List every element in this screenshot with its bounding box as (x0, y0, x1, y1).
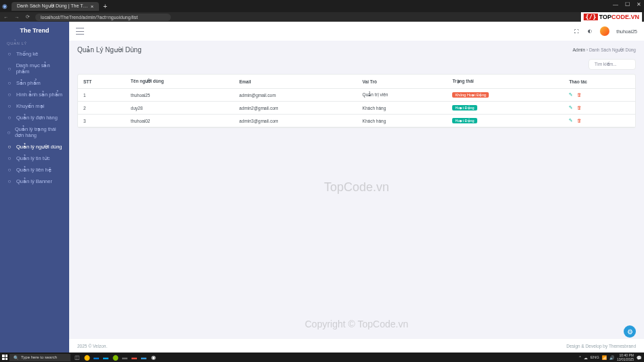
status-badge: Không Hoạt Động (452, 92, 489, 98)
sidebar-label: Thống kê (16, 51, 38, 57)
sidebar-item[interactable]: ○Thống kê (0, 48, 69, 60)
sidebar-icon: ○ (7, 52, 12, 57)
minimize-icon[interactable]: — (613, 1, 618, 7)
users-table: STT Tên người dùng Email Vai Trò Trạng t… (78, 75, 635, 127)
taskbar-app[interactable]: ▬ (140, 353, 148, 361)
th-status: Trạng thái (447, 75, 563, 89)
taskbar-app[interactable]: ▬ (92, 353, 100, 361)
sidebar-icon: ○ (7, 81, 12, 86)
th-role: Vai Trò (357, 75, 447, 89)
taskbar-app[interactable]: ▬ (121, 353, 129, 361)
url-text: localhost/TheTrend/admin/?act=nguoidung/… (41, 15, 138, 20)
search-input[interactable]: Tìm kiếm... (588, 59, 636, 70)
avatar[interactable] (600, 26, 609, 36)
topcode-logo: {/} TOPCODE.VN (581, 12, 642, 22)
sidebar-label: Quản lý trạng thái đơn hàng (15, 126, 62, 138)
sidebar-icon: ○ (7, 179, 12, 184)
sidebar: The Trend QUẢN LÝ ○Thống kê○Danh mục sản… (0, 22, 69, 353)
edit-icon[interactable]: ✎ (569, 105, 573, 110)
tab-title: Danh Sách Người Dùng | The T… (17, 3, 88, 9)
reload-button[interactable]: ⟳ (24, 14, 31, 20)
sidebar-item[interactable]: ○Quản lý người dùng (0, 141, 69, 153)
status-badge: Hoạt Động (452, 118, 477, 123)
taskbar-app[interactable]: ⬤ (111, 353, 119, 361)
start-button[interactable] (0, 353, 9, 362)
sidebar-label: Hình ảnh sản phẩm (16, 92, 62, 98)
forward-button[interactable]: → (14, 15, 20, 20)
sidebar-label: Quản lý người dùng (16, 144, 62, 150)
search-icon: 🔍 (14, 355, 18, 360)
sidebar-item[interactable]: ○Quản lý Banner (0, 176, 69, 187)
new-tab-button[interactable]: + (103, 3, 107, 10)
sidebar-item[interactable]: ○Danh mục sản phẩm (0, 60, 69, 77)
sidebar-icon: ○ (7, 104, 12, 109)
sidebar-icon: ○ (7, 66, 12, 71)
sidebar-label: Sản phẩm (16, 80, 41, 86)
hamburger-icon[interactable] (76, 28, 84, 35)
topbar: ⛶ ◐ thuhoai25 (69, 22, 644, 41)
table-row: 1thuhoai25admin@gmail.comQuản trị viênKh… (78, 89, 635, 102)
footer: 2025 © Velzon. Design & Develop by Theme… (69, 339, 644, 353)
sidebar-icon: ○ (7, 144, 12, 150)
settings-fab[interactable]: ⚙ (624, 325, 636, 338)
th-name: Tên người dùng (125, 75, 234, 89)
sidebar-label: Quản lý đơn hàng (16, 115, 58, 121)
page-title: Quản Lý Người Dùng (77, 46, 142, 54)
fullscreen-icon[interactable]: ⛶ (573, 28, 580, 35)
sidebar-item[interactable]: ○Quản lý đơn hàng (0, 112, 69, 123)
sidebar-label: Quản lý tin tức (16, 155, 50, 161)
delete-icon[interactable]: 🗑 (577, 105, 582, 110)
sidebar-icon: ○ (7, 167, 12, 173)
maximize-icon[interactable]: ☐ (625, 1, 630, 7)
sidebar-icon: ○ (7, 129, 11, 135)
close-icon[interactable]: ✕ (637, 1, 641, 7)
tab-favicon: ◉ (2, 3, 7, 9)
sidebar-label: Quản lý liên hệ (16, 167, 52, 173)
browser-tab[interactable]: Danh Sách Người Dùng | The T… × (12, 2, 99, 11)
table-row: 2duy28admin2@gmail.comKhách hàngHoạt Độn… (78, 102, 635, 115)
close-tab-icon[interactable]: × (91, 3, 94, 9)
status-badge: Hoạt Động (452, 105, 477, 110)
delete-icon[interactable]: 🗑 (577, 118, 582, 123)
username: thuhoai25 (616, 29, 637, 34)
edit-icon[interactable]: ✎ (569, 118, 573, 123)
breadcrumb: Admin › Danh Sách Người Dùng (573, 47, 636, 53)
sidebar-label: Quản lý Banner (16, 178, 52, 184)
sidebar-label: Khuyến mại (16, 103, 44, 109)
edit-icon[interactable]: ✎ (569, 92, 573, 98)
brand: The Trend (0, 27, 69, 34)
sidebar-section-label: QUẢN LÝ (0, 41, 69, 48)
tray-chevron-icon[interactable]: ^ (579, 355, 581, 359)
tray-volume-icon[interactable]: 🔊 (609, 355, 614, 360)
sidebar-item[interactable]: ○Hình ảnh sản phẩm (0, 89, 69, 100)
taskbar-app[interactable]: ◫ (73, 353, 81, 361)
tray-wifi-icon[interactable]: 📶 (602, 355, 607, 360)
sidebar-item[interactable]: ○Quản lý trạng thái đơn hàng (0, 123, 69, 141)
taskbar-app[interactable]: ◉ (149, 353, 157, 361)
tray-notification-icon[interactable]: 💬 (637, 355, 641, 360)
sidebar-icon: ○ (7, 115, 12, 121)
delete-icon[interactable]: 🗑 (577, 92, 582, 98)
tray-lang[interactable]: ENG (590, 355, 599, 359)
th-action: Thao tác (563, 75, 635, 89)
taskbar: 🔍Type here to search ◫ ⬤ ▬ ▬ ⬤ ▬ ▬ ▬ ◉ ^… (0, 353, 644, 362)
taskbar-app[interactable]: ▬ (102, 353, 110, 361)
th-email: Email (234, 75, 357, 89)
sidebar-icon: ○ (7, 92, 12, 98)
table-row: 3thuhoai02admin3@gmail.comKhách hàngHoạt… (78, 115, 635, 127)
taskbar-app[interactable]: ▬ (130, 353, 138, 361)
address-bar[interactable]: localhost/TheTrend/admin/?act=nguoidung/… (35, 14, 171, 21)
theme-icon[interactable]: ◐ (586, 28, 593, 35)
sidebar-label: Danh mục sản phẩm (16, 62, 62, 75)
sidebar-item[interactable]: ○Khuyến mại (0, 100, 69, 112)
taskbar-search[interactable]: 🔍Type here to search (9, 354, 71, 361)
sidebar-item[interactable]: ○Quản lý liên hệ (0, 164, 69, 176)
taskbar-app[interactable]: ⬤ (83, 353, 91, 361)
sidebar-icon: ○ (7, 156, 12, 161)
th-stt: STT (78, 75, 125, 89)
sidebar-item[interactable]: ○Quản lý tin tức (0, 153, 69, 164)
tray-clock[interactable]: 10:40 PM 13/01/2025 (617, 353, 634, 361)
back-button[interactable]: ← (3, 15, 9, 20)
sidebar-item[interactable]: ○Sản phẩm (0, 77, 69, 89)
tray-cloud-icon[interactable]: ☁ (584, 355, 588, 360)
